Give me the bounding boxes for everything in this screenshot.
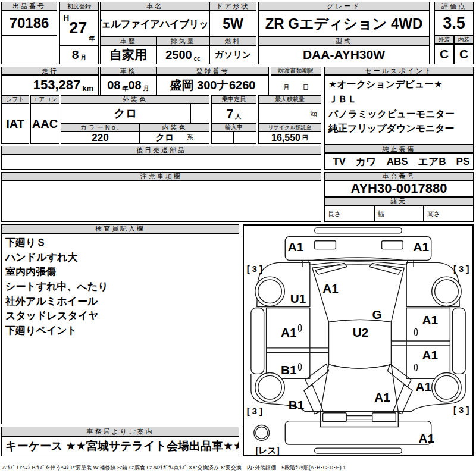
exterior-score-label: 外装: [434, 36, 454, 44]
inspection-label: 車検: [100, 67, 156, 75]
mileage-label: 走行: [1, 67, 99, 75]
ext-color-empty-cell: [190, 104, 209, 123]
recycle-unit: 円: [302, 134, 308, 143]
reg-no-value: 盛岡 300ナ6260: [156, 75, 269, 95]
diagram-label-roof: U2: [353, 325, 369, 339]
max-load-unit: kg: [258, 104, 321, 123]
specs-label: 諸元: [324, 197, 474, 205]
spec-length-label: 長さ: [324, 205, 374, 222]
door-shape-value: 5W: [209, 11, 256, 37]
door-shape-label: ドア形状: [209, 2, 256, 11]
mileage-value: 153,287: [33, 77, 81, 93]
headlight-right: [382, 241, 403, 249]
wheel-rear-left-inner: [258, 375, 282, 399]
diagram-label-tire-front-left: [ 3 ]: [247, 264, 262, 274]
spec-height-label: 高さ: [424, 205, 474, 222]
interior-score-value: C: [454, 44, 474, 64]
door-handle-right-front: [415, 328, 418, 336]
aircon-label: エアコン: [30, 95, 60, 104]
later-parts-value: [1, 154, 321, 170]
pillar-strip-right-upper: [387, 364, 411, 387]
equipment-label: 純正装備: [324, 145, 474, 153]
later-parts-label: 後日発送部品: [1, 146, 321, 154]
headlight-left: [315, 241, 336, 249]
rocker-left: [251, 308, 264, 374]
first-reg-year: 27: [69, 19, 87, 37]
car-name-value: ヴェルファイアハイブリッド: [100, 11, 209, 37]
footer-legend: A:ｷｽﾞ U:ﾍｺﾐ B:ｷｽﾞを伴うﾍｺﾐ P:要塗装 W:補修跡 S:錆 …: [2, 464, 474, 472]
int-color-value: クロ: [156, 132, 174, 143]
transfer-deadline-value: 月 日: [271, 75, 321, 95]
door-handle-left-front: [299, 324, 302, 331]
chassis-label: 車台番号: [324, 172, 474, 180]
recycle-label: リサイクル預託金: [258, 123, 321, 131]
shift-label: シフト: [1, 95, 29, 104]
taillight-connector: [346, 416, 372, 419]
pillar-strip-left-lower: [304, 384, 323, 414]
displacement-cell: 2500 cc: [156, 45, 209, 64]
capacity-label: 乗車定員: [211, 95, 256, 104]
wheel-front-left-inner: [258, 280, 282, 303]
notes-value: [1, 180, 321, 222]
door-handle-right-rear: [415, 364, 418, 371]
car-damage-diagram-box: A1A1[ 3 ][ 3 ]U1A1GU2A1A1B1A1B1A1A1[ 3 ]…: [243, 224, 474, 456]
capacity-cell: 7 人: [211, 104, 256, 123]
mileage-unit: km: [82, 84, 93, 95]
sales-points-list: ★オークションデビュー★ ＪＢＬ パノラミックビューモニター 純正フリップダウン…: [324, 75, 474, 145]
car-damage-diagram: A1A1[ 3 ][ 3 ]U1A1GU2A1A1B1A1B1A1A1[ 3 ]…: [244, 226, 472, 455]
first-reg-month-cell: 8 月: [60, 45, 99, 64]
exterior-score-value: C: [434, 44, 454, 64]
auction-no-label: 出品番号: [1, 2, 57, 11]
diagram-label-rear-bumper: A1: [419, 431, 435, 445]
aircon-value: AAC: [30, 104, 60, 144]
taillight-left: [323, 413, 347, 422]
office-value: キーケース ★★宮城サテライト会場出品車★★: [1, 436, 239, 456]
history-label: 車歴: [100, 37, 156, 45]
diagram-label-tire-rear-right: [ 3 ]: [453, 405, 469, 415]
displacement-value: 2500: [165, 48, 192, 62]
recycle-value: 16,550: [271, 133, 300, 143]
fuel-label: 燃料: [209, 37, 256, 45]
spare-tire-circle-inner: [256, 427, 268, 439]
color-no-value: 220: [61, 131, 140, 144]
interior-score-label: 内装: [454, 36, 474, 44]
inspector-label: 検査員記入欄: [1, 224, 239, 233]
recycle-cell: 16,550 円: [258, 131, 321, 144]
import-car-empty-2: [234, 131, 256, 144]
first-reg-month: 8: [72, 48, 79, 62]
diagram-label-front-bumper-left: A1: [288, 240, 304, 253]
score-value: 3.5: [434, 11, 474, 36]
grade-value: ZR Gエディション 4WD: [258, 11, 430, 37]
int-color-label: 内装色: [140, 123, 209, 131]
auction-no-value: 70186: [1, 11, 57, 36]
int-color-cell: クロ 系: [140, 131, 209, 144]
model-code-label: 型式: [258, 37, 430, 45]
transfer-deadline-label: 譲渡書類期限: [271, 67, 321, 75]
inspection-month: 08: [129, 79, 142, 92]
door-divider-right: [391, 341, 450, 346]
inspection-year-unit: 年: [123, 84, 129, 95]
diagram-label-hood-windshield: A1: [322, 281, 339, 295]
shift-value: IAT: [1, 104, 29, 144]
diagram-label-tire-front-right: [ 3 ]: [453, 264, 469, 274]
diagram-label-front-fender-left: U1: [290, 292, 306, 305]
displacement-unit: cc: [194, 55, 201, 64]
diagram-label-door-front-left: A1: [281, 325, 297, 339]
rear-gate-shape: [321, 365, 399, 412]
first-reg-year-unit: 年: [89, 35, 95, 45]
front-edge-bar: [315, 228, 402, 233]
inspection-year: 08: [107, 79, 120, 92]
displacement-label: 排気量: [156, 37, 209, 45]
color-no-label: カラーNo.: [61, 123, 140, 131]
diagram-label-spare-tire: [レス]: [255, 446, 279, 455]
first-reg-label: 初度登録: [60, 2, 99, 11]
taillight-right: [372, 413, 396, 422]
sales-points-label: セールスポイント: [324, 67, 474, 75]
cowl-strip: [309, 258, 408, 265]
notes-label: 注意事項欄: [1, 172, 321, 180]
rocker-right: [452, 308, 465, 374]
diagram-label-rear-gate: A1: [374, 390, 390, 404]
diagram-label-quarter-left: B1: [289, 398, 305, 412]
spec-width-label: 幅: [374, 205, 424, 222]
wheel-front-right-inner: [435, 280, 459, 303]
